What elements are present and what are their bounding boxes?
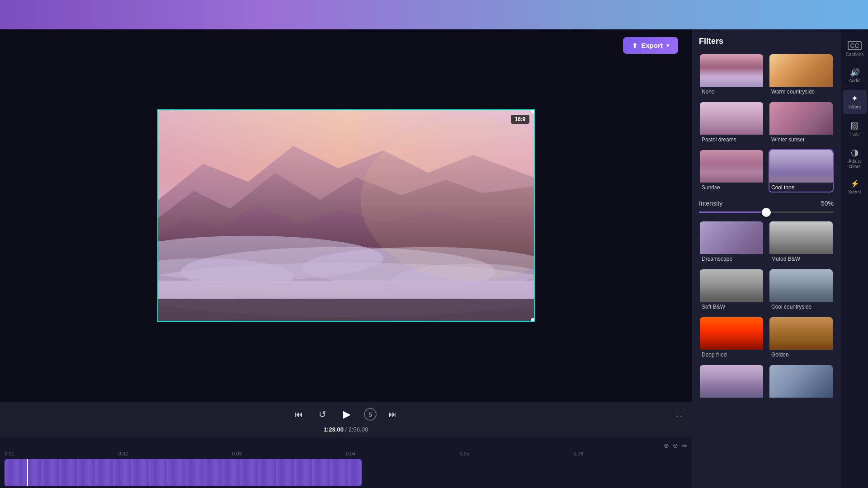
filter-item-golden[interactable]: Golden: [769, 316, 834, 360]
fit-timeline-button[interactable]: ⇔: [682, 442, 687, 449]
filter-item-extra1[interactable]: [699, 364, 764, 401]
toolbar-item-fade[interactable]: ▨ Fade: [843, 116, 867, 141]
right-panel: Filters None Warm countryside Pastel dre…: [692, 29, 868, 488]
filter-item-winter-sunset[interactable]: Winter sunset: [769, 101, 834, 145]
timeline-ruler: ⊕ ⊖ ⇔: [0, 441, 692, 450]
toolbar-label-filters: Filters: [849, 104, 861, 110]
filter-label-golden: Golden: [769, 350, 833, 359]
fullscreen-button[interactable]: ⛶: [675, 410, 683, 418]
filter-label-warm-countryside: Warm countryside: [769, 87, 833, 96]
toolbar-label-fade: Fade: [849, 131, 860, 137]
filter-label-deep-fried: Deep fried: [700, 350, 763, 359]
mark-4: 0:04: [346, 451, 460, 456]
toolbar-label-audio: Audio: [849, 78, 861, 84]
filters-grid: None Warm countryside Pastel dreams Wint…: [699, 53, 834, 192]
timeline-track-inner: [5, 459, 362, 486]
toolbar-item-speed[interactable]: ⚡ Speed: [843, 176, 867, 199]
adjust-colors-icon: ◑: [851, 148, 859, 157]
filter-label-winter-sunset: Winter sunset: [769, 135, 833, 144]
toolbar-label-adjust-colors: Adjust colors: [846, 159, 864, 169]
filter-item-cool-countryside[interactable]: Cool countryside: [769, 268, 834, 312]
skip-back-button[interactable]: ⏮: [292, 407, 306, 422]
filters-grid-2: Dreamscape Muted B&W Soft B&W Cool count…: [699, 221, 834, 401]
timeline-playhead: [27, 459, 28, 486]
filter-thumb-golden: [769, 317, 833, 350]
toolbar-item-captions[interactable]: CC Captions: [843, 37, 867, 62]
filter-thumb-soft-bw: [700, 269, 763, 302]
toolbar-label-captions: Captions: [846, 52, 863, 57]
time-separator: /: [345, 426, 349, 433]
filter-label-cool-tone: Cool tone: [769, 183, 833, 192]
filters-icon: ✦: [851, 94, 858, 103]
play-button[interactable]: ▶: [339, 406, 355, 422]
toolbar-item-filters[interactable]: ✦ Filters: [843, 90, 867, 114]
filter-item-soft-bw[interactable]: Soft B&W: [699, 268, 764, 312]
timeline-marks: 0:01 0:02 0:03 0:04 0:05 0:06: [0, 450, 692, 457]
filter-thumb-warm-countryside: [769, 54, 833, 87]
toolbar-label-speed: Speed: [848, 189, 861, 195]
filter-label-dreamscape: Dreamscape: [700, 254, 763, 263]
audio-icon: 🔊: [850, 68, 860, 76]
intensity-value: 50%: [821, 200, 834, 207]
speed-icon: ⚡: [850, 180, 859, 188]
filter-item-muted-bw[interactable]: Muted B&W: [769, 221, 834, 264]
filter-item-dreamscape[interactable]: Dreamscape: [699, 221, 764, 264]
export-label: Export: [641, 42, 663, 49]
total-time: 2:56.00: [349, 426, 368, 433]
filter-thumb-cool-tone: [769, 150, 833, 183]
filter-label-extra2: [769, 398, 833, 400]
filters-panel: Filters None Warm countryside Pastel dre…: [692, 29, 841, 488]
zoom-in-button[interactable]: ⊕: [664, 442, 669, 449]
filter-item-pastel-dreams[interactable]: Pastel dreams: [699, 101, 764, 145]
top-bar: [0, 0, 868, 29]
toolbar-item-adjust-colors[interactable]: ◑ Adjust colors: [843, 143, 867, 174]
captions-icon: CC: [848, 41, 861, 50]
mark-5: 0:05: [460, 451, 574, 456]
intensity-slider-thumb[interactable]: [762, 208, 771, 217]
skip-forward-button[interactable]: ⏭: [386, 407, 400, 422]
timeline-track[interactable]: [5, 459, 362, 486]
filter-thumb-winter-sunset: [769, 102, 833, 135]
filter-item-warm-countryside[interactable]: Warm countryside: [769, 53, 834, 97]
filter-label-pastel-dreams: Pastel dreams: [700, 135, 763, 144]
panel-title: Filters: [699, 37, 834, 46]
filter-item-deep-fried[interactable]: Deep fried: [699, 316, 764, 360]
forward-5-button[interactable]: 5: [364, 408, 377, 421]
controls-bar: ⏮ ↺ ▶ 5 ⏭ ⛶: [0, 406, 692, 422]
resize-handle-bottom-right[interactable]: [531, 318, 535, 322]
timeline-container: [0, 457, 692, 488]
filter-thumb-cool-countryside: [769, 269, 833, 302]
export-button[interactable]: ⬆ Export ▾: [623, 37, 678, 54]
filter-item-cool-tone[interactable]: Cool tone: [769, 149, 834, 192]
intensity-header: Intensity 50%: [699, 200, 834, 207]
filter-thumb-sunrise: [700, 150, 763, 183]
export-icon: ⬆: [632, 42, 637, 49]
filter-label-cool-countryside: Cool countryside: [769, 302, 833, 311]
toolbar-item-audio[interactable]: 🔊 Audio: [843, 64, 867, 88]
filter-label-none: None: [700, 87, 763, 96]
video-area: 16:9 ⏮ ↺ ▶ 5 ⏭ ⛶ 1:23.00 / 2:56.00: [0, 29, 692, 488]
video-preview[interactable]: 16:9: [157, 109, 535, 322]
intensity-section: Intensity 50%: [699, 200, 834, 213]
time-display: 1:23.00 / 2:56.00: [324, 426, 368, 433]
filter-thumb-deep-fried: [700, 317, 763, 350]
right-toolbar: CC Captions 🔊 Audio ✦ Filters ▨ Fade ◑ A…: [841, 29, 868, 488]
current-time: 1:23.00: [324, 426, 344, 433]
mark-1: 0:01: [5, 451, 118, 456]
filter-label-soft-bw: Soft B&W: [700, 302, 763, 311]
fade-icon: ▨: [850, 121, 859, 130]
filter-item-sunrise[interactable]: Sunrise: [699, 149, 764, 192]
intensity-slider[interactable]: [699, 211, 834, 213]
zoom-out-button[interactable]: ⊖: [673, 442, 678, 449]
intensity-label: Intensity: [699, 200, 722, 207]
filter-thumb-pastel-dreams: [700, 102, 763, 135]
filter-thumb-extra2: [769, 365, 833, 398]
svg-rect-12: [158, 299, 534, 321]
rewind-button[interactable]: ↺: [315, 407, 330, 422]
filter-item-none[interactable]: None: [699, 53, 764, 97]
filter-thumb-none: [700, 54, 763, 87]
video-container: 16:9: [0, 29, 692, 402]
filter-item-extra2[interactable]: [769, 364, 834, 401]
aspect-ratio-badge: 16:9: [511, 115, 529, 124]
timeline-section: ⊕ ⊖ ⇔ 0:01 0:02 0:03 0:04 0:05 0:06: [0, 437, 692, 488]
